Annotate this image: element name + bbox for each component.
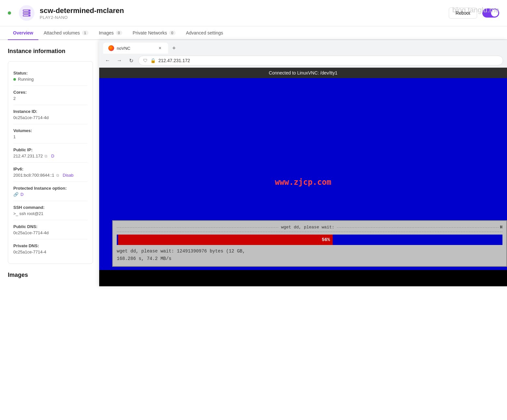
status-label: Status: xyxy=(13,71,87,75)
vnc-content[interactable]: www.zjcp.com wget dd, please wait: H 56%… xyxy=(99,78,507,286)
vnc-status-text: Connected to LinuxVNC: /dev/tty1 xyxy=(269,70,338,75)
browser-nav-bar: ← → ↻ 🛡 🔒 212.47.231.172 xyxy=(99,54,507,67)
disable-ipv6-link[interactable]: Disab xyxy=(63,173,73,178)
protected-icon[interactable]: 🔗 xyxy=(13,192,19,197)
instance-id-value: 0c25a1ce-7714-4d xyxy=(13,115,87,120)
public-ip-value: 212.47.231.172 ⧉ D xyxy=(13,154,87,158)
tab-attached-volumes[interactable]: Attached volumes 1 xyxy=(38,26,93,40)
images-title: Images xyxy=(8,272,93,278)
images-section: Images xyxy=(8,272,93,278)
browser-tab-novnc[interactable]: noVNC ✕ xyxy=(103,43,168,54)
url-text: 212.47.231.172 xyxy=(158,58,498,63)
copy-ip-icon[interactable]: ⧉ xyxy=(45,154,49,158)
protected-link[interactable]: D xyxy=(20,192,23,197)
private-networks-badge: 0 xyxy=(169,31,176,35)
terminal-title-text: wget dd, please wait: xyxy=(281,225,334,230)
ipv6-row: IPv6: 2001:bc8:700:8644::1 ⧉ Disab xyxy=(13,163,87,182)
instance-info-card: Status: Running Cores: 2 Instance ID: 0c… xyxy=(8,61,93,264)
cores-row: Cores: 2 xyxy=(13,86,87,105)
browser-chrome: noVNC ✕ + ← → ↻ 🛡 🔒 212.47.231.172 xyxy=(99,40,507,68)
new-tab-button[interactable]: + xyxy=(169,44,179,53)
blog-watermark: blog.tanglu.me xyxy=(452,6,499,14)
public-dns-value: 0c25a1ce-7714-4d xyxy=(13,230,87,235)
server-title-group: scw-determined-mclaren PLAY2-NANO xyxy=(40,7,444,20)
browser-overlay: noVNC ✕ + ← → ↻ 🛡 🔒 212.47.231.172 Conne… xyxy=(99,40,507,286)
volumes-row: Volumes: 1 xyxy=(13,124,87,143)
ssh-label: SSH command: xyxy=(13,205,87,210)
status-row: Status: Running xyxy=(13,67,87,86)
ipv6-label: IPv6: xyxy=(13,167,87,171)
main-content: Instance information Status: Running Cor… xyxy=(0,40,507,293)
cores-value: 2 xyxy=(13,96,87,101)
public-dns-row: Public DNS: 0c25a1ce-7714-4d xyxy=(13,220,87,239)
protected-label: Protected Instance option: xyxy=(13,186,87,191)
browser-tab-bar: noVNC ✕ + xyxy=(99,40,507,54)
header: scw-determined-mclaren PLAY2-NANO Reboot xyxy=(0,0,507,26)
reload-button[interactable]: ↻ xyxy=(127,56,136,65)
images-badge: 0 xyxy=(116,31,122,35)
ssh-row: SSH command: >_ ssh root@21 xyxy=(13,201,87,220)
server-icon xyxy=(19,5,34,21)
server-type: PLAY2-NANO xyxy=(40,15,444,20)
ipv6-value: 2001:bc8:700:8644::1 ⧉ Disab xyxy=(13,173,87,178)
vnc-status-bar: Connected to LinuxVNC: /dev/tty1 xyxy=(99,68,507,78)
volumes-label: Volumes: xyxy=(13,128,87,133)
public-ip-label: Public IP: xyxy=(13,147,87,152)
terminal-line1: wget dd, please wait: 12491390976 bytes … xyxy=(117,248,502,255)
firefox-icon xyxy=(108,45,114,51)
running-dot xyxy=(13,78,16,81)
terminal-box: wget dd, please wait: H 56% wget dd, ple… xyxy=(112,220,507,267)
progress-bar-container: 56% xyxy=(117,235,502,245)
left-panel: Instance information Status: Running Cor… xyxy=(0,40,101,293)
vnc-watermark: www.zjcp.com xyxy=(275,178,331,187)
status-value: Running xyxy=(13,77,87,82)
ssh-value: >_ ssh root@21 xyxy=(13,211,87,216)
protected-row: Protected Instance option: 🔗 D xyxy=(13,182,87,201)
nav-tabs: Overview Attached volumes 1 Images 0 Pri… xyxy=(0,26,507,40)
progress-text: 56% xyxy=(322,237,330,242)
tab-overview[interactable]: Overview xyxy=(8,26,38,40)
volumes-value: 1 xyxy=(13,134,87,139)
svg-point-5 xyxy=(29,15,30,16)
terminal-title-end: H xyxy=(500,225,502,230)
private-dns-label: Private DNS: xyxy=(13,243,87,248)
progress-bar-fill: 56% xyxy=(118,235,333,245)
public-dns-label: Public DNS: xyxy=(13,224,87,229)
public-ip-link[interactable]: D xyxy=(51,154,54,158)
private-dns-value: 0c25a1ce-7714-4 xyxy=(13,250,87,254)
tab-private-networks[interactable]: Private Networks 0 xyxy=(127,26,181,40)
cores-label: Cores: xyxy=(13,90,87,95)
terminal-line2: 168.286 s, 74.2 MB/s xyxy=(117,255,502,262)
svg-point-4 xyxy=(29,13,30,13)
server-name: scw-determined-mclaren xyxy=(40,7,444,15)
tab-close-button[interactable]: ✕ xyxy=(157,45,163,51)
private-dns-row: Private DNS: 0c25a1ce-7714-4 xyxy=(13,239,87,258)
svg-point-3 xyxy=(29,10,30,11)
back-button[interactable]: ← xyxy=(103,56,112,65)
instance-info-title: Instance information xyxy=(8,48,93,55)
protected-value: 🔗 D xyxy=(13,192,87,197)
terminal-title-bar: wget dd, please wait: H xyxy=(117,225,502,232)
public-ip-row: Public IP: 212.47.231.172 ⧉ D xyxy=(13,143,87,163)
address-bar[interactable]: 🛡 🔒 212.47.231.172 xyxy=(138,56,503,65)
tab-images[interactable]: Images 0 xyxy=(94,26,127,40)
instance-id-row: Instance ID: 0c25a1ce-7714-4d xyxy=(13,105,87,124)
black-bar xyxy=(99,270,507,286)
security-icon: 🛡 xyxy=(143,58,148,63)
instance-id-label: Instance ID: xyxy=(13,109,87,114)
lock-icon: 🔒 xyxy=(150,58,156,63)
attached-volumes-badge: 1 xyxy=(82,31,88,35)
forward-button[interactable]: → xyxy=(115,56,124,65)
tab-title: noVNC xyxy=(117,46,154,51)
server-status-indicator xyxy=(8,11,11,15)
copy-ipv6-icon[interactable]: ⧉ xyxy=(56,173,61,178)
tab-advanced-settings[interactable]: Advanced settings xyxy=(181,26,228,40)
